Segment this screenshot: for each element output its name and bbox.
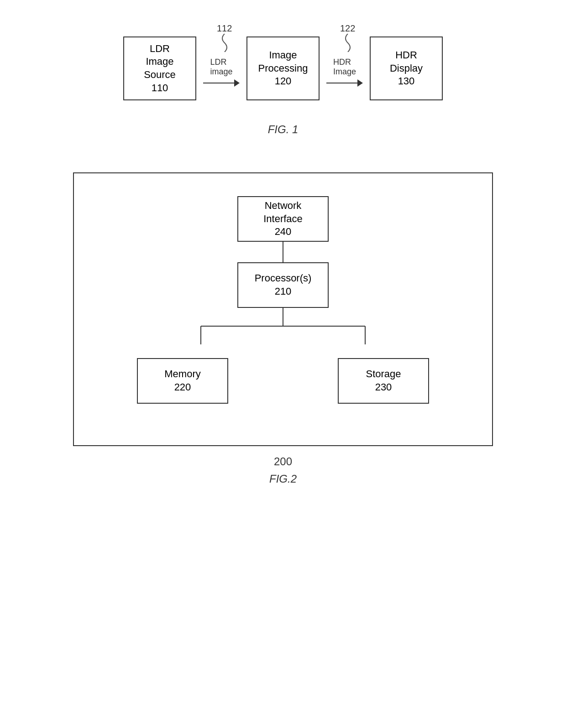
callout-122-number: 122 xyxy=(340,23,355,33)
arrow2-container: 122 HDRImage xyxy=(320,48,370,88)
callout-122: 122 xyxy=(340,23,355,52)
image-processing-label: ImageProcessing120 xyxy=(258,49,308,88)
hdr-image-label: HDRImage xyxy=(333,57,356,77)
fig1-diagram: LDRImageSource110 112 LDRimage ImageP xyxy=(123,36,443,100)
arrow1-container: 112 LDRimage xyxy=(196,48,246,88)
network-interface-box: NetworkInterface240 xyxy=(237,196,329,242)
bottom-row: Memory220 Storage230 xyxy=(137,358,429,404)
ldr-arrow xyxy=(203,78,240,88)
page-container: LDRImageSource110 112 LDRimage ImageP xyxy=(0,0,566,728)
processor-branch: Processor(s)210 Memory220 xyxy=(137,262,429,404)
image-processing-box: ImageProcessing120 xyxy=(246,36,320,100)
fig1-section: LDRImageSource110 112 LDRimage ImageP xyxy=(27,18,539,136)
ldr-source-label: LDRImageSource110 xyxy=(144,42,176,94)
fig1-label: FIG. 1 xyxy=(268,123,299,136)
hdr-display-label: HDRDisplay130 xyxy=(390,49,423,88)
fig2-label: FIG.2 xyxy=(269,473,297,485)
network-to-processor-line xyxy=(283,242,283,262)
callout-112-number: 112 xyxy=(217,23,232,33)
memory-label: Memory220 xyxy=(164,368,200,394)
ldr-source-box: LDRImageSource110 xyxy=(123,36,196,100)
network-branch: NetworkInterface240 xyxy=(237,196,329,262)
callout-112: 112 xyxy=(217,23,232,52)
network-interface-label: NetworkInterface240 xyxy=(263,199,303,239)
ldr-image-label: LDRimage xyxy=(210,57,232,77)
fig2-outer-label: 200 xyxy=(274,455,292,468)
processors-box: Processor(s)210 xyxy=(237,262,329,308)
hdr-arrow xyxy=(326,78,363,88)
storage-label: Storage230 xyxy=(366,368,401,394)
hdr-display-box: HDRDisplay130 xyxy=(370,36,443,100)
storage-box: Storage230 xyxy=(338,358,429,404)
fig2-outer-box: NetworkInterface240 Processor(s)210 xyxy=(73,172,493,446)
processors-label: Processor(s)210 xyxy=(255,272,312,298)
fig2-section: NetworkInterface240 Processor(s)210 xyxy=(27,172,539,485)
processor-connectors-svg xyxy=(146,308,420,363)
memory-box: Memory220 xyxy=(137,358,228,404)
